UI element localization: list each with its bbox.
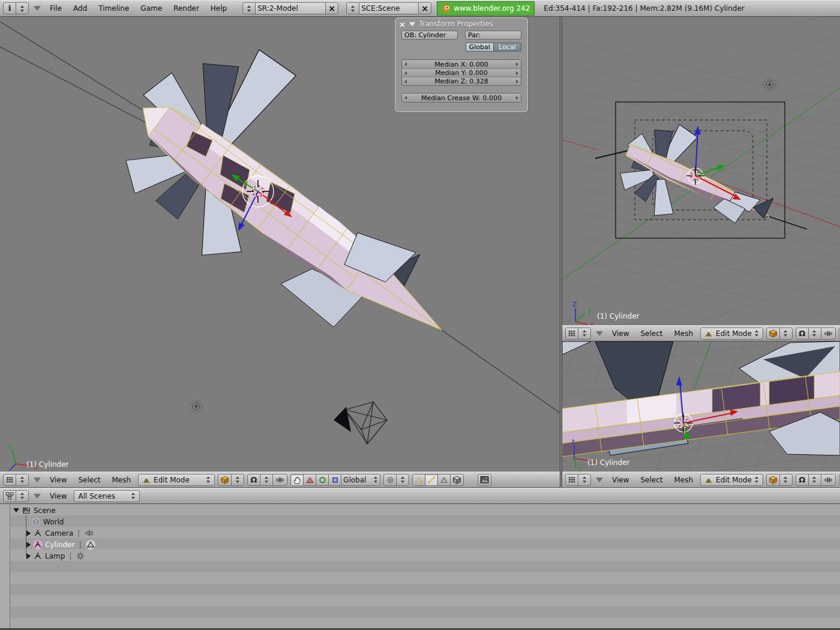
screen-selector[interactable]: SR:2-Model ×	[242, 2, 338, 14]
local-toggle[interactable]: Local	[494, 43, 521, 52]
median-x-slider[interactable]: Median X: 0.000	[402, 60, 521, 68]
viewport-shading-button[interactable]	[766, 474, 780, 486]
expand-icon[interactable]	[26, 530, 31, 536]
editor-type-cycle-button[interactable]	[578, 474, 591, 486]
camera-3d-canvas[interactable]: Z y x (1) Cylinder	[562, 17, 840, 325]
global-toggle[interactable]: Global	[466, 43, 494, 52]
edge-select-button[interactable]	[425, 474, 438, 486]
shading-group[interactable]	[218, 474, 244, 486]
header-pulldown-icon[interactable]	[34, 494, 41, 499]
pivot-cycle-button[interactable]	[260, 474, 273, 486]
menu-view[interactable]: View	[608, 329, 633, 338]
median-y-slider[interactable]: Median Y: 0.000	[402, 68, 521, 77]
mode-dropdown[interactable]: Edit Mode	[138, 474, 215, 486]
proportional-group[interactable]	[383, 474, 409, 486]
menu-render[interactable]: Render	[169, 4, 203, 13]
select-mode-group[interactable]	[412, 474, 464, 486]
expand-icon[interactable]	[26, 542, 31, 548]
rotation-pivot-button[interactable]: Ω	[796, 474, 809, 486]
shading-cycle-button[interactable]	[779, 474, 793, 486]
editor-type-cycle-button[interactable]	[16, 2, 29, 14]
ob-name-field[interactable]: OB: Cylinder	[401, 31, 458, 40]
slider-left-arrow-icon[interactable]	[404, 96, 407, 100]
manipulator-widget-button[interactable]	[821, 328, 836, 340]
proportional-edit-button[interactable]	[383, 474, 397, 486]
outliner-row-world[interactable]: World	[31, 516, 64, 527]
rotation-pivot-button[interactable]: Ω	[796, 328, 809, 340]
menu-view[interactable]: View	[608, 476, 633, 484]
manipulator-translate-button[interactable]	[303, 474, 316, 486]
slider-right-arrow-icon[interactable]	[516, 96, 518, 100]
menu-add[interactable]: Add	[69, 4, 91, 13]
slider-right-arrow-icon[interactable]	[516, 62, 518, 66]
median-z-slider[interactable]: Median Z: 0.328	[402, 77, 521, 85]
outliner-row-cylinder[interactable]: Cylinder |	[26, 539, 95, 550]
header-pulldown-icon[interactable]	[596, 331, 603, 336]
editor-type-button[interactable]	[565, 474, 578, 486]
face-select-button[interactable]	[437, 474, 451, 486]
manipulator-hand-button[interactable]	[290, 474, 304, 486]
camera-viewport[interactable]: Z y x (1) Cylinder	[562, 17, 840, 325]
editor-type-cycle-button[interactable]	[16, 474, 29, 486]
menu-select[interactable]: Select	[74, 476, 104, 484]
editor-type-group[interactable]: i	[3, 2, 29, 14]
manipulator-widget-button[interactable]	[272, 474, 287, 486]
panel-collapse-icon[interactable]	[409, 22, 415, 26]
main-3d-viewport[interactable]: y x z (1) Cylinder × Transform Propertie…	[0, 17, 560, 472]
slider-left-arrow-icon[interactable]	[404, 80, 407, 83]
pivot-group[interactable]: Ω	[796, 328, 836, 340]
menu-mesh[interactable]: Mesh	[670, 476, 698, 484]
blender-version-badge[interactable]: www.blender.org 242	[437, 1, 535, 16]
menu-mesh[interactable]: Mesh	[108, 476, 136, 484]
manipulator-rotate-button[interactable]	[316, 474, 329, 486]
manipulator-scale-button[interactable]	[328, 474, 341, 486]
editor-type-button[interactable]	[3, 474, 16, 486]
orientation-dropdown[interactable]: Global	[341, 474, 380, 486]
closeup-viewport[interactable]: z x y (1) Cylinder	[562, 341, 840, 472]
vertex-select-button[interactable]	[412, 474, 425, 486]
screen-browse-button[interactable]	[242, 2, 256, 14]
editor-type-cycle-button[interactable]	[16, 490, 29, 502]
scene-browse-button[interactable]	[346, 2, 359, 14]
viewport-shading-button[interactable]	[218, 474, 232, 486]
outliner-row-lamp[interactable]: Lamp |	[26, 550, 85, 562]
slider-right-arrow-icon[interactable]	[516, 80, 518, 83]
manipulator-widget-button[interactable]	[821, 474, 836, 486]
transform-properties-panel[interactable]: × Transform Properties OB: Cylinder Par:…	[395, 17, 528, 112]
menu-game[interactable]: Game	[136, 4, 166, 13]
pivot-group[interactable]: Ω	[796, 474, 836, 486]
menu-mesh[interactable]: Mesh	[670, 329, 698, 338]
menu-view[interactable]: View	[46, 476, 71, 484]
slider-left-arrow-icon[interactable]	[404, 62, 407, 66]
expand-icon[interactable]	[13, 508, 19, 512]
outliner-panel[interactable]: Scene World Camera |	[0, 504, 840, 630]
shading-group[interactable]	[766, 328, 793, 340]
median-crease-slider[interactable]: Median Crease W: 0.000	[402, 94, 521, 102]
editor-type-group[interactable]	[3, 490, 29, 502]
header-pulldown-icon[interactable]	[34, 478, 41, 482]
occlude-geometry-button[interactable]	[450, 474, 464, 486]
panel-close-icon[interactable]: ×	[399, 20, 406, 28]
outliner-row-camera[interactable]: Camera |	[26, 527, 94, 539]
menu-select[interactable]: Select	[636, 476, 667, 484]
scene-name-field[interactable]: SCE:Scene	[359, 2, 419, 14]
editor-type-group[interactable]	[3, 474, 29, 486]
outliner-row-scene[interactable]: Scene	[13, 505, 56, 516]
closeup-3d-canvas[interactable]: z x y (1) Cylinder	[562, 341, 840, 472]
scenes-filter-dropdown[interactable]: All Scenes	[74, 490, 140, 502]
mode-dropdown[interactable]: Edit Mode	[700, 474, 763, 486]
mode-dropdown[interactable]: Edit Mode	[700, 328, 763, 340]
panel-header[interactable]: × Transform Properties	[395, 18, 527, 29]
proportional-cycle-button[interactable]	[396, 474, 409, 486]
viewport-shading-button[interactable]	[766, 328, 780, 340]
manipulator-group[interactable]: Global	[290, 474, 380, 486]
editor-type-button-info[interactable]: i	[3, 2, 16, 14]
render-preview-button[interactable]	[478, 474, 491, 486]
menu-file[interactable]: File	[46, 4, 66, 13]
scene-delete-button[interactable]: ×	[418, 2, 431, 14]
pivot-cycle-button[interactable]	[808, 328, 821, 340]
shading-cycle-button[interactable]	[779, 328, 793, 340]
pivot-cycle-button[interactable]	[808, 474, 821, 486]
screen-name-field[interactable]: SR:2-Model	[255, 2, 326, 14]
menu-help[interactable]: Help	[206, 4, 231, 13]
